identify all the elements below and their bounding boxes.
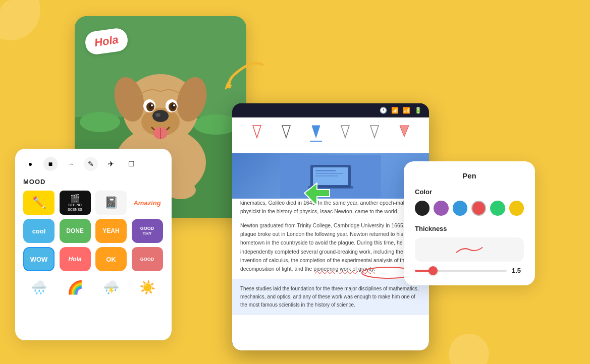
sticker-lightning[interactable]: ⛈️ [95, 275, 127, 299]
pen-toolbar [232, 117, 429, 146]
sticker-hola[interactable]: Hola [60, 247, 91, 271]
thickness-preview [415, 237, 524, 262]
deco-circle-2 [449, 334, 489, 364]
svg-marker-28 [312, 126, 320, 138]
signal-icon: 📶 [403, 107, 410, 114]
svg-point-3 [80, 112, 120, 132]
svg-rect-36 [315, 170, 336, 171]
color-swatch-blue[interactable] [453, 201, 467, 216]
sticker-ok[interactable]: OK [95, 247, 127, 271]
color-swatch-purple[interactable] [434, 201, 448, 216]
svg-marker-31 [400, 126, 409, 137]
pen-tool-5[interactable] [366, 122, 383, 142]
thickness-slider-track[interactable] [415, 270, 507, 272]
pen-tool-2[interactable] [278, 122, 294, 142]
sticker-amazing[interactable]: Amazing [132, 191, 163, 215]
color-swatch-black[interactable] [415, 201, 430, 216]
thickness-slider-container: 1.5 [415, 267, 524, 274]
svg-point-11 [152, 110, 169, 122]
svg-marker-27 [282, 126, 290, 138]
green-arrow-svg [302, 180, 332, 208]
color-swatch-yellow[interactable] [509, 201, 524, 216]
pen-panel-title: Pen [415, 171, 524, 180]
sticker-wow[interactable]: WOW [23, 247, 55, 271]
svg-point-19 [151, 104, 153, 106]
sticker-panel: ● ■ → ✎ ✈ ☐ MOOD ✏️ 🎬 BEHINDSCENES 📓 Ama… [15, 149, 172, 340]
pen-tool-4[interactable] [337, 122, 353, 142]
sticker-pencil[interactable]: ✏️ [23, 191, 55, 215]
thickness-slider-thumb[interactable] [428, 266, 438, 275]
color-swatch-green[interactable] [490, 201, 505, 216]
pen-settings-panel: Pen Color Thickness 1.5 [404, 161, 535, 285]
article-content: kinematics, Galileo died in 1643. In the… [232, 146, 429, 350]
sticker-sun[interactable]: ☀️ [132, 275, 163, 299]
thickness-slider-value: 1.5 [512, 267, 524, 274]
sticker-toolbar: ● ■ → ✎ ✈ ☐ [23, 157, 164, 171]
mood-label: MOOD [23, 178, 164, 186]
svg-rect-38 [315, 175, 338, 176]
deco-circle-1 [0, 0, 40, 40]
arrow-svg [222, 54, 267, 90]
tablet-status-bar: 🕐 📶 📶 🔋 [232, 103, 429, 117]
tablet-device: 🕐 📶 📶 🔋 [232, 103, 429, 350]
svg-point-12 [155, 113, 160, 117]
toolbar-circle-icon[interactable]: ● [23, 157, 37, 171]
sticker-goodthy[interactable]: GOODTHY [132, 219, 163, 243]
svg-marker-40 [304, 183, 330, 206]
pen-tool-1[interactable] [249, 122, 265, 142]
toolbar-arrow-icon[interactable]: → [64, 157, 78, 171]
article-main: kinematics, Galileo died in 1643. In the… [232, 146, 429, 350]
sticker-cloud[interactable]: 🌧️ [23, 275, 55, 299]
toolbar-pencil-icon[interactable]: ✎ [84, 157, 98, 171]
svg-marker-29 [341, 126, 349, 138]
color-section-label: Color [415, 188, 524, 196]
wifi-icon: 📶 [391, 107, 399, 114]
toolbar-square-icon[interactable]: ■ [43, 157, 58, 171]
thickness-curve-svg [449, 244, 490, 256]
pen-tool-3[interactable] [308, 122, 324, 142]
arrow-decoration [222, 54, 267, 92]
svg-point-20 [173, 104, 175, 106]
sticker-done[interactable]: DONE [60, 219, 91, 243]
sticker-good[interactable]: GOOD [132, 247, 163, 271]
sticker-cool[interactable]: cool [23, 219, 55, 243]
toolbar-plane-icon[interactable]: ✈ [104, 157, 118, 171]
sticker-behind[interactable]: 🎬 BEHINDSCENES [60, 191, 91, 215]
green-arrow-sticker [302, 180, 332, 213]
svg-rect-37 [315, 173, 343, 174]
article-para-2: Newton graduated from Trinity College, C… [240, 221, 421, 274]
svg-marker-25 [225, 82, 232, 90]
sticker-yeah[interactable]: YEAH [95, 219, 127, 243]
tablet-content: kinematics, Galileo died in 1643. In the… [232, 117, 429, 350]
svg-marker-30 [370, 126, 379, 138]
svg-marker-26 [253, 126, 261, 138]
pen-tool-6[interactable] [396, 122, 412, 142]
toolbar-frame-icon[interactable]: ☐ [124, 157, 138, 171]
article-blue-box: These studies laid the foundation for th… [232, 279, 429, 315]
sticker-grid: ✏️ 🎬 BEHINDSCENES 📓 Amazing cool DONE YE… [23, 191, 164, 299]
battery-icon: 🔋 [414, 107, 422, 114]
color-swatch-red[interactable] [471, 201, 486, 216]
color-swatches [415, 201, 524, 216]
clock-icon: 🕐 [380, 107, 387, 114]
thickness-section-label: Thickness [415, 225, 524, 232]
sticker-notepad[interactable]: 📓 [95, 191, 127, 215]
sticker-rainbow[interactable]: 🌈 [60, 275, 91, 299]
